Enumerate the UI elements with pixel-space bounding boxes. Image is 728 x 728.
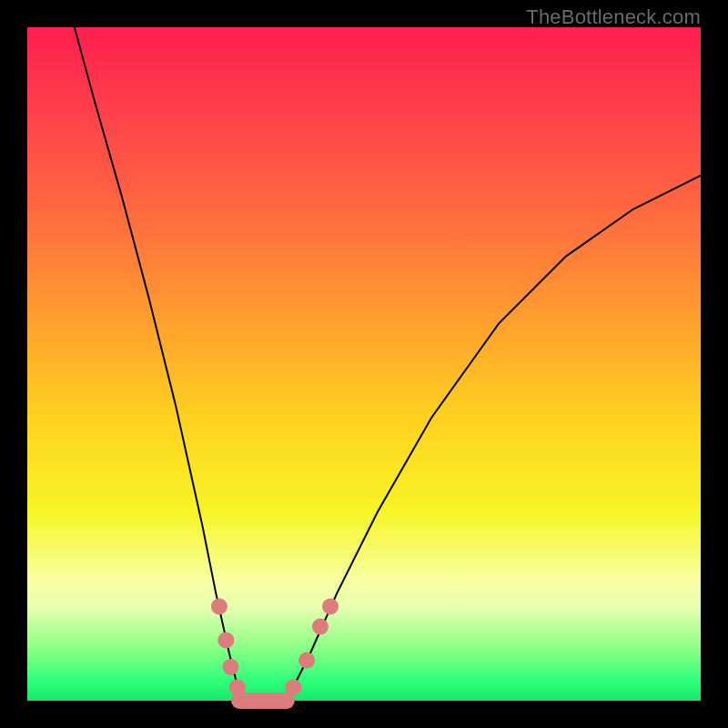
- data-marker: [268, 693, 285, 709]
- data-marker: [298, 652, 315, 669]
- data-marker: [222, 659, 238, 675]
- chart-plot-area: [27, 27, 701, 701]
- bottleneck-curve: [75, 27, 701, 701]
- chart-frame: TheBottleneck.com: [0, 0, 728, 728]
- data-marker: [217, 632, 234, 648]
- watermark-text: TheBottleneck.com: [526, 5, 701, 29]
- data-marker: [285, 679, 301, 695]
- data-marker: [312, 619, 329, 635]
- data-marker: [229, 679, 246, 695]
- chart-svg: [27, 27, 701, 701]
- data-marker: [211, 598, 228, 614]
- curve-layer: [75, 27, 701, 701]
- data-marker: [322, 598, 339, 614]
